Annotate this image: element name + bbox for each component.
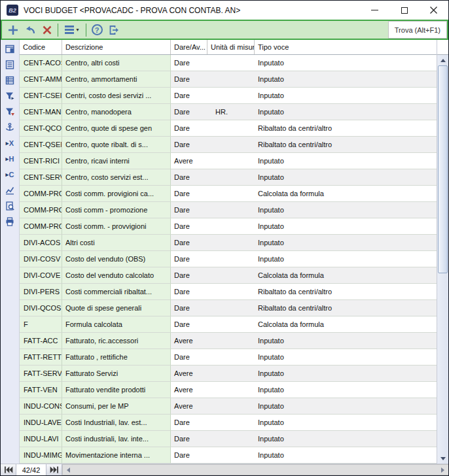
column-header-tipo-voce[interactable]: Tipo voce	[255, 40, 437, 54]
table-row[interactable]: FATT-VENFatturato vendite prodottiAvereI…	[20, 382, 437, 398]
table-row[interactable]: FATT-RETTFatturato , rettificheDareInput…	[20, 349, 437, 366]
close-button[interactable]	[419, 1, 448, 20]
cell-codice: CENT-QSER	[20, 137, 62, 153]
column-header-dare-avere[interactable]: Dare/Av...	[171, 40, 207, 54]
scroll-left-button[interactable]	[63, 465, 74, 475]
cell-unita-di-misura	[207, 153, 255, 169]
column-header-unita-di-misura[interactable]: Unità di misura	[207, 40, 255, 54]
filter-button[interactable]	[1, 88, 18, 104]
help-button[interactable]: ?	[88, 22, 105, 38]
table-row[interactable]: CENT-RICICentro, ricavi interniAvereInpu…	[20, 153, 437, 169]
table-row[interactable]: DIVI-COSVCosto del venduto (OBS)DareInpu…	[20, 251, 437, 267]
side-toolbar: X H C	[1, 40, 20, 464]
exit-icon	[108, 24, 120, 36]
table-row[interactable]: COMM-PROMCosti comm - promozioneDareInpu…	[20, 202, 437, 218]
export-c-button[interactable]: C	[1, 167, 18, 182]
scroll-down-button[interactable]	[437, 453, 448, 464]
first-record-button[interactable]	[1, 464, 16, 475]
cell-dare-avere: Avere	[171, 382, 207, 398]
find-button[interactable]: Trova (Alt+F1)	[388, 21, 447, 39]
table-row[interactable]: CENT-ACOSCentro, altri costiDareInputato	[20, 55, 437, 71]
table-row[interactable]: DIVI-PERSCosti commerciali ribaltat...Da…	[20, 284, 437, 300]
anchor-icon	[5, 122, 15, 133]
cell-descrizione: Formula calcolata	[62, 316, 171, 333]
cell-tipo-voce: Inputato	[255, 153, 437, 169]
table-row[interactable]: CENT-SERVCentro, costo servizi est...Dar…	[20, 169, 437, 186]
cell-tipo-voce: Inputato	[255, 218, 437, 235]
scroll-up-button[interactable]	[437, 55, 448, 65]
last-record-button[interactable]	[46, 464, 62, 475]
filter-advanced-button[interactable]	[1, 104, 18, 120]
table-row[interactable]: FATT-SERVFatturato ServiziAvereInputato	[20, 366, 437, 382]
undo-button[interactable]	[22, 22, 39, 38]
table-row[interactable]: FATT-ACCFatturato, ric.accessoriAvereInp…	[20, 333, 437, 349]
table-row[interactable]: CENT-CSEICentri, costo desi servizi ...D…	[20, 88, 437, 104]
cell-descrizione: Centro, quote ribalt. di s...	[62, 137, 171, 153]
vertical-scrollbar-thumb[interactable]	[438, 65, 448, 273]
add-button[interactable]	[5, 22, 22, 38]
cell-tipo-voce: Inputato	[255, 88, 437, 104]
cell-descrizione: Costo del venduto (OBS)	[62, 251, 171, 267]
table-row[interactable]: DIVI-ACOSAltri costiDareInputato	[20, 235, 437, 251]
anchor-button[interactable]	[1, 120, 18, 135]
cell-dare-avere: Dare	[171, 349, 207, 366]
cell-codice: CENT-RICI	[20, 153, 62, 169]
column-header-descrizione[interactable]: Descrizione	[62, 40, 171, 54]
window-controls	[360, 1, 448, 20]
print-preview-button[interactable]	[1, 198, 18, 214]
cell-dare-avere: Dare	[171, 202, 207, 218]
table-row[interactable]: CENT-MANCentro, manodoperaDareHR.Inputat…	[20, 104, 437, 120]
cell-tipo-voce: Inputato	[255, 202, 437, 218]
cell-descrizione: Fatturato Servizi	[62, 366, 171, 382]
table-row[interactable]: COMM-PROVCosti comm. - provvigioniDareIn…	[20, 218, 437, 235]
cell-dare-avere: Dare	[171, 251, 207, 267]
table-row[interactable]: CENT-AMMCentro, ammortamentiDareInputato	[20, 71, 437, 88]
horizontal-scroll-track[interactable]	[74, 465, 437, 475]
cell-tipo-voce: Inputato	[255, 251, 437, 267]
cell-tipo-voce: Inputato	[255, 104, 437, 120]
maximize-button[interactable]	[389, 1, 419, 20]
cell-dare-avere: Dare	[171, 55, 207, 71]
record-view-button[interactable]	[1, 57, 18, 73]
horizontal-scrollbar[interactable]	[62, 464, 448, 475]
delete-button[interactable]	[39, 22, 56, 38]
chart-button[interactable]	[1, 182, 18, 198]
data-grid: Codice Descrizione Dare/Av... Unità di m…	[20, 40, 437, 464]
exit-button[interactable]	[105, 22, 122, 38]
skip-last-icon	[50, 466, 59, 473]
cell-tipo-voce: Inputato	[255, 333, 437, 349]
vertical-scrollbar[interactable]	[437, 55, 448, 464]
table-row[interactable]: FFormula calcolataDareCalcolata da formu…	[20, 316, 437, 333]
table-row[interactable]: CENT-QSERCentro, quote ribalt. di s...Da…	[20, 137, 437, 153]
table-row[interactable]: CENT-QCOSCentro, quote di spese genDareR…	[20, 120, 437, 137]
menu-button[interactable]: ▾	[60, 22, 84, 38]
cell-descrizione: Costi Industriali, lav. est...	[62, 415, 171, 431]
cell-tipo-voce: Ribaltato da centri/altro	[255, 300, 437, 316]
add-icon	[7, 24, 19, 36]
table-row[interactable]: DIVI-COVECosto del venduto calcolatoDare…	[20, 267, 437, 284]
cell-descrizione: Consumi, per le MP	[62, 398, 171, 415]
cell-dare-avere: Dare	[171, 169, 207, 186]
scroll-right-button[interactable]	[437, 465, 448, 475]
print-button[interactable]	[1, 214, 18, 230]
column-header-codice[interactable]: Codice	[20, 40, 62, 54]
table-view-button[interactable]	[1, 73, 18, 88]
cell-tipo-voce: Calcolata da formula	[255, 316, 437, 333]
grid-body: CENT-ACOSCentro, altri costiDareInputato…	[20, 55, 437, 464]
table-row[interactable]: INDU-MIMGMovimentazione interna ...DareI…	[20, 447, 437, 464]
export-x-icon: X	[6, 139, 14, 147]
delete-icon	[41, 24, 53, 36]
table-row[interactable]: INDU-CONSConsumi, per le MPAvereInputato	[20, 398, 437, 415]
cell-unita-di-misura	[207, 398, 255, 415]
minimize-button[interactable]	[360, 1, 389, 20]
form-view-button[interactable]	[1, 41, 18, 57]
cell-descrizione: Fatturato, ric.accessori	[62, 333, 171, 349]
export-x-button[interactable]: X	[1, 135, 18, 151]
table-row[interactable]: DIVI-QCOSQuote di spese generaliDareRiba…	[20, 300, 437, 316]
cell-dare-avere: Dare	[171, 431, 207, 447]
export-h-button[interactable]: H	[1, 151, 18, 167]
table-row[interactable]: INDU-LAVECosti Industriali, lav. est...D…	[20, 415, 437, 431]
table-row[interactable]: COMM-PRCACosti comm. provigioni ca...Dar…	[20, 186, 437, 202]
table-row[interactable]: INDU-LAVICosti industriali, lav. inte...…	[20, 431, 437, 447]
arrow-up-icon	[440, 59, 446, 62]
